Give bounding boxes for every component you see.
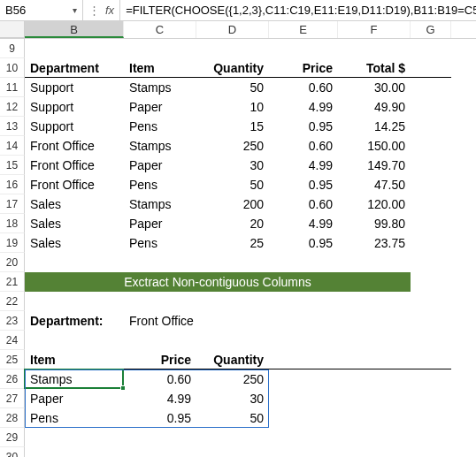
col-header-F[interactable]: F bbox=[338, 21, 411, 38]
formula-input[interactable]: =FILTER(CHOOSE({1,2,3},C11:C19,E11:E19,D… bbox=[120, 0, 476, 20]
cell-item[interactable]: Paper bbox=[25, 389, 124, 408]
row-header[interactable]: 16 bbox=[0, 175, 25, 194]
cell-item[interactable]: Stamps bbox=[124, 136, 196, 156]
row-header[interactable]: 20 bbox=[0, 253, 25, 272]
cell-total[interactable]: 30.00 bbox=[338, 78, 411, 97]
cell-dept[interactable]: Support bbox=[25, 117, 124, 136]
cell-item[interactable]: Pens bbox=[124, 175, 196, 194]
cell-dept[interactable]: Support bbox=[25, 78, 124, 97]
col-header-E[interactable]: E bbox=[269, 21, 338, 38]
cells-area[interactable]: Department Item Quantity Price Total $ S… bbox=[25, 39, 476, 457]
chevron-down-icon[interactable]: ▾ bbox=[73, 5, 77, 15]
rhdr-item[interactable]: Item bbox=[25, 350, 124, 369]
cell-item[interactable]: Paper bbox=[124, 214, 196, 233]
cell-dept[interactable]: Front Office bbox=[25, 156, 124, 175]
cell-total[interactable]: 150.00 bbox=[338, 136, 411, 156]
cell-price[interactable]: 4.99 bbox=[269, 97, 338, 117]
cell-qty[interactable]: 20 bbox=[196, 214, 269, 233]
cell-price[interactable]: 0.95 bbox=[269, 233, 338, 253]
row-header[interactable]: 24 bbox=[0, 331, 25, 350]
cell-qty[interactable]: 10 bbox=[196, 97, 269, 117]
cell-dept[interactable]: Sales bbox=[25, 214, 124, 233]
cell-qty[interactable]: 50 bbox=[196, 175, 269, 194]
cell-qty[interactable]: 30 bbox=[196, 389, 269, 408]
row-header[interactable]: 25 bbox=[0, 350, 25, 369]
cell-qty[interactable]: 50 bbox=[196, 78, 269, 97]
col-header-D[interactable]: D bbox=[196, 21, 269, 38]
hdr-price[interactable]: Price bbox=[269, 58, 338, 78]
cell-qty[interactable]: 15 bbox=[196, 117, 269, 136]
row-header[interactable]: 9 bbox=[0, 39, 25, 58]
cell-item[interactable]: Paper bbox=[124, 156, 196, 175]
row-header[interactable]: 30 bbox=[0, 447, 25, 457]
hdr-item[interactable]: Item bbox=[124, 58, 196, 78]
cell-qty[interactable]: 30 bbox=[196, 156, 269, 175]
name-box[interactable]: B56 ▾ bbox=[0, 0, 83, 20]
row-header[interactable]: 29 bbox=[0, 428, 25, 447]
cell-price[interactable]: 0.95 bbox=[269, 117, 338, 136]
select-all-corner[interactable] bbox=[0, 21, 25, 38]
cell-total[interactable]: 149.70 bbox=[338, 156, 411, 175]
cell-total[interactable]: 99.80 bbox=[338, 214, 411, 233]
rhdr-qty[interactable]: Quantity bbox=[196, 350, 269, 369]
row-header[interactable]: 17 bbox=[0, 194, 25, 214]
cell-price[interactable]: 0.95 bbox=[269, 175, 338, 194]
cell-dept[interactable]: Support bbox=[25, 97, 124, 117]
cell-item[interactable]: Paper bbox=[124, 97, 196, 117]
row-header[interactable]: 22 bbox=[0, 292, 25, 311]
row-header[interactable]: 14 bbox=[0, 136, 25, 156]
cell-price[interactable]: 4.99 bbox=[124, 389, 196, 408]
cell-qty[interactable]: 25 bbox=[196, 233, 269, 253]
hdr-total[interactable]: Total $ bbox=[338, 58, 411, 78]
fill-handle[interactable] bbox=[120, 385, 126, 391]
row-header[interactable]: 26 bbox=[0, 369, 25, 389]
cell-dept[interactable]: Front Office bbox=[25, 175, 124, 194]
hdr-dept[interactable]: Department bbox=[25, 58, 124, 78]
cell-total[interactable]: 14.25 bbox=[338, 117, 411, 136]
cell-price[interactable]: 4.99 bbox=[269, 156, 338, 175]
cell-item[interactable]: Stamps bbox=[124, 194, 196, 214]
col-header-C[interactable]: C bbox=[124, 21, 196, 38]
cell-total[interactable]: 23.75 bbox=[338, 233, 411, 253]
row-header[interactable]: 23 bbox=[0, 311, 25, 331]
row-header[interactable]: 19 bbox=[0, 233, 25, 253]
fx-icon[interactable]: fx bbox=[105, 4, 114, 17]
row-header[interactable]: 28 bbox=[0, 408, 25, 428]
row-header[interactable]: 12 bbox=[0, 97, 25, 117]
cell-dept[interactable]: Sales bbox=[25, 233, 124, 253]
rhdr-price[interactable]: Price bbox=[124, 350, 196, 369]
cell-qty[interactable]: 250 bbox=[196, 369, 269, 389]
cell-price[interactable]: 0.60 bbox=[269, 136, 338, 156]
cell-total[interactable]: 120.00 bbox=[338, 194, 411, 214]
table-row bbox=[25, 253, 476, 272]
cell-item[interactable]: Pens bbox=[124, 233, 196, 253]
row-header[interactable]: 11 bbox=[0, 78, 25, 97]
cell-qty[interactable]: 50 bbox=[196, 408, 269, 428]
row-header[interactable]: 18 bbox=[0, 214, 25, 233]
filter-label[interactable]: Department: bbox=[25, 311, 124, 331]
cell-price[interactable]: 0.60 bbox=[124, 369, 196, 389]
cell-dept[interactable]: Front Office bbox=[25, 136, 124, 156]
col-header-B[interactable]: B bbox=[25, 21, 124, 38]
cell-item[interactable]: Stamps bbox=[124, 78, 196, 97]
dots-icon[interactable]: ⋮ bbox=[88, 4, 100, 17]
cell-price[interactable]: 0.60 bbox=[269, 194, 338, 214]
cell-total[interactable]: 47.50 bbox=[338, 175, 411, 194]
cell-dept[interactable]: Sales bbox=[25, 194, 124, 214]
row-header[interactable]: 27 bbox=[0, 389, 25, 408]
cell-price[interactable]: 0.60 bbox=[269, 78, 338, 97]
cell-price[interactable]: 0.95 bbox=[124, 408, 196, 428]
filter-value[interactable]: Front Office bbox=[124, 311, 196, 331]
col-header-G[interactable]: G bbox=[411, 21, 451, 38]
row-header[interactable]: 10 bbox=[0, 58, 25, 78]
row-header[interactable]: 21 bbox=[0, 272, 25, 292]
cell-qty[interactable]: 250 bbox=[196, 136, 269, 156]
row-header[interactable]: 13 bbox=[0, 117, 25, 136]
row-header[interactable]: 15 bbox=[0, 156, 25, 175]
hdr-qty[interactable]: Quantity bbox=[196, 58, 269, 78]
cell-total[interactable]: 49.90 bbox=[338, 97, 411, 117]
cell-qty[interactable]: 200 bbox=[196, 194, 269, 214]
cell-price[interactable]: 4.99 bbox=[269, 214, 338, 233]
cell-item[interactable]: Stamps bbox=[25, 369, 124, 389]
cell-item[interactable]: Pens bbox=[124, 117, 196, 136]
